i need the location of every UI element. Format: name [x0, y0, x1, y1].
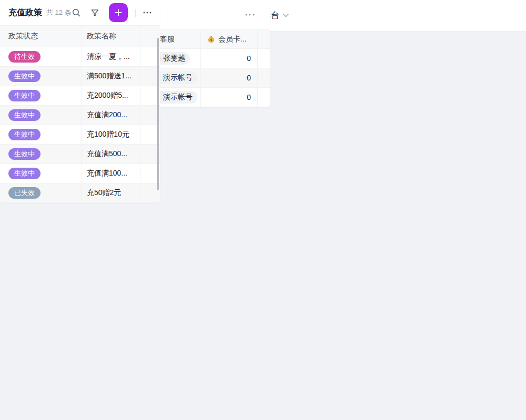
status-badge: 生效中	[8, 148, 41, 160]
status-badge: 已失效	[8, 187, 41, 199]
search-icon[interactable]	[72, 8, 81, 17]
status-badge: 生效中	[8, 90, 41, 101]
recharge-policy-count: 共 12 条	[46, 8, 72, 17]
status-badge: 待生效	[8, 51, 41, 63]
agent-name: 演示帐号	[163, 73, 193, 83]
policy-name-cell: 充100赠10元	[82, 125, 140, 144]
status-cell: 生效中	[0, 145, 82, 163]
status-badge: 生效中	[8, 129, 41, 140]
agent-name: 演示帐号	[163, 93, 193, 102]
policy-name-cell: 清凉一夏，...	[82, 47, 140, 66]
status-cell: 已失效	[0, 183, 82, 202]
card-balance-cell: 0	[201, 68, 258, 87]
svg-text:$: $	[210, 38, 213, 42]
col-member-card[interactable]: $ 会员卡...	[201, 30, 258, 48]
moneybag-icon: $	[207, 35, 215, 43]
policy-name-cell: 充50赠2元	[82, 183, 140, 202]
vertical-scrollbar[interactable]	[157, 38, 159, 190]
col-policy-status[interactable]: 政策状态	[0, 26, 82, 47]
policy-table: 政策状态 政策名称 待生效 清凉一夏，... 生效中 满500赠送1... 生效…	[0, 26, 160, 203]
status-cell: 生效中	[0, 106, 82, 125]
policy-row-4[interactable]: 生效中 充值满200...	[0, 106, 160, 125]
chevron-down-icon	[283, 14, 289, 17]
policy-name-cell: 充值满200...	[82, 106, 140, 125]
policy-row-6[interactable]: 生效中 充值满500...	[0, 145, 160, 164]
recharge-policy-title: 充值政策	[8, 7, 42, 18]
status-cell: 生效中	[0, 67, 82, 86]
policy-name-cell: 充值满100...	[82, 164, 140, 183]
status-badge: 生效中	[8, 168, 41, 179]
policy-row-5[interactable]: 生效中 充100赠10元	[0, 125, 160, 145]
recharge-policy-card: 充值政策 共 12 条 政策状态 政策名称 待生效 清凉一夏，..	[0, 0, 160, 203]
policy-table-header: 政策状态 政策名称	[0, 26, 160, 47]
policy-row-1[interactable]: 待生效 清凉一夏，...	[0, 47, 160, 67]
agent-name: 张雯越	[163, 54, 185, 63]
policy-row-3[interactable]: 生效中 充2000赠5...	[0, 86, 160, 106]
toolbar-divider	[135, 9, 136, 17]
status-cell: 生效中	[0, 164, 82, 183]
policy-row-2[interactable]: 生效中 满500赠送1...	[0, 67, 160, 86]
card-balance-cell: 0	[201, 88, 258, 107]
more-icon[interactable]	[245, 14, 255, 16]
add-policy-button[interactable]	[109, 3, 128, 22]
policy-name-cell: 满500赠送1...	[82, 67, 140, 86]
policy-name-cell: 充2000赠5...	[82, 86, 140, 105]
policy-row-7[interactable]: 生效中 充值满100...	[0, 164, 160, 183]
status-badge: 生效中	[8, 70, 41, 82]
more-icon[interactable]	[143, 12, 151, 14]
card-balance-cell: 0	[201, 49, 258, 68]
status-cell: 生效中	[0, 125, 82, 144]
status-badge: 生效中	[8, 109, 41, 121]
status-cell: 生效中	[0, 86, 82, 105]
policy-row-8[interactable]: 已失效 充50赠2元	[0, 183, 160, 203]
recharge-policy-header: 充值政策 共 12 条	[0, 0, 160, 26]
status-cell: 待生效	[0, 47, 82, 66]
policy-name-cell: 充值满500...	[82, 145, 140, 163]
filter-icon[interactable]	[90, 8, 99, 17]
col-policy-name[interactable]: 政策名称	[82, 26, 140, 47]
